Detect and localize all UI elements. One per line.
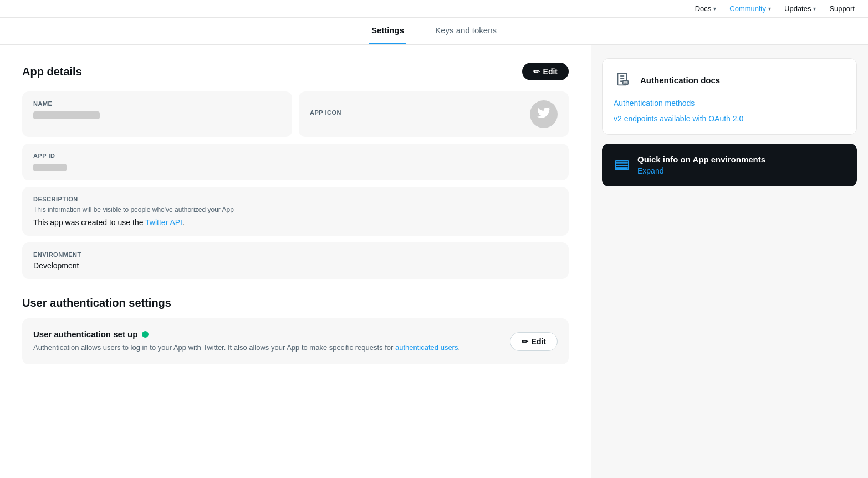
user-auth-card: User authentication set up Authenticatio… xyxy=(22,318,569,364)
nav-support-label: Support xyxy=(829,4,855,13)
nav-docs-label: Docs xyxy=(695,4,712,13)
doc-icon xyxy=(614,70,634,90)
user-auth-section: User authentication settings xyxy=(22,297,569,309)
main-layout: App details ✏ Edit NAME APP ICON xyxy=(0,45,868,478)
quick-info-card: Quick info on App environments Expand xyxy=(602,144,857,186)
app-icon-field: APP ICON xyxy=(299,91,569,137)
oauth2-link[interactable]: v2 endpoints available with OAuth 2.0 xyxy=(614,114,845,123)
app-details-title: App details xyxy=(22,65,82,78)
auth-card-title: User authentication set up xyxy=(33,329,137,339)
expand-link[interactable]: Expand xyxy=(637,166,765,175)
twitter-bird-icon xyxy=(537,106,550,123)
pencil-icon-outline: ✏ xyxy=(522,337,528,346)
content-area: App details ✏ Edit NAME APP ICON xyxy=(0,45,591,478)
auth-docs-header: Authentication docs xyxy=(614,70,845,90)
nav-updates[interactable]: Updates ▾ xyxy=(784,4,816,13)
sidebar: Authentication docs Authentication metho… xyxy=(591,45,868,478)
description-label: DESCRIPTION xyxy=(33,196,558,202)
nav-updates-label: Updates xyxy=(784,4,811,13)
environment-value: Development xyxy=(33,261,558,270)
authenticated-users-link[interactable]: authenticated users xyxy=(395,343,458,352)
chevron-down-icon: ▾ xyxy=(713,6,716,12)
app-id-label: APP ID xyxy=(33,152,558,159)
chevron-down-icon: ▾ xyxy=(813,6,816,12)
environment-field: ENVIRONMENT Development xyxy=(22,242,569,279)
app-details-section: App details ✏ Edit xyxy=(22,63,569,80)
nav-community[interactable]: Community ▾ xyxy=(729,4,771,13)
quick-info-text: Quick info on App environments Expand xyxy=(637,155,765,175)
chevron-down-icon: ▾ xyxy=(768,6,771,12)
user-auth-title: User authentication settings xyxy=(22,297,569,309)
auth-card-left: User authentication set up Authenticatio… xyxy=(33,329,510,353)
name-field: NAME xyxy=(22,91,292,137)
app-id-field: APP ID xyxy=(22,144,569,180)
description-sublabel: This information will be visible to peop… xyxy=(33,206,558,213)
nav-community-label: Community xyxy=(729,4,766,13)
name-label: NAME xyxy=(33,100,281,107)
user-auth-edit-button[interactable]: ✏ Edit xyxy=(510,332,558,351)
auth-status-dot xyxy=(142,331,149,338)
auth-docs-title: Authentication docs xyxy=(640,75,720,85)
quick-info-title: Quick info on App environments xyxy=(637,155,765,164)
tab-bar: Settings Keys and tokens xyxy=(0,18,868,45)
app-icon-label: APP ICON xyxy=(310,109,341,116)
tab-settings[interactable]: Settings xyxy=(369,18,406,44)
nav-support[interactable]: Support xyxy=(829,4,855,13)
tab-keys-and-tokens[interactable]: Keys and tokens xyxy=(433,18,499,44)
environment-label: ENVIRONMENT xyxy=(33,251,558,258)
nav-docs[interactable]: Docs ▾ xyxy=(695,4,717,13)
layers-icon xyxy=(613,156,631,174)
pencil-icon: ✏ xyxy=(533,67,540,76)
svg-rect-4 xyxy=(623,80,628,84)
auth-methods-link[interactable]: Authentication methods xyxy=(614,99,845,108)
auth-card-desc: Authentication allows users to log in to… xyxy=(33,342,510,353)
app-id-value-blurred xyxy=(33,164,67,171)
auth-docs-card: Authentication docs Authentication metho… xyxy=(602,58,857,135)
app-icon-image xyxy=(530,100,558,128)
top-nav: Docs ▾ Community ▾ Updates ▾ Support xyxy=(0,0,868,18)
twitter-api-link[interactable]: Twitter API xyxy=(145,218,182,227)
auth-title-row: User authentication set up xyxy=(33,329,510,339)
description-field: DESCRIPTION This information will be vis… xyxy=(22,187,569,236)
quick-info-header: Quick info on App environments Expand xyxy=(613,155,846,175)
app-details-edit-button[interactable]: ✏ Edit xyxy=(522,63,569,80)
name-icon-row: NAME APP ICON xyxy=(22,91,569,137)
name-value-blurred xyxy=(33,111,100,119)
description-text: This app was created to use the Twitter … xyxy=(33,218,558,227)
